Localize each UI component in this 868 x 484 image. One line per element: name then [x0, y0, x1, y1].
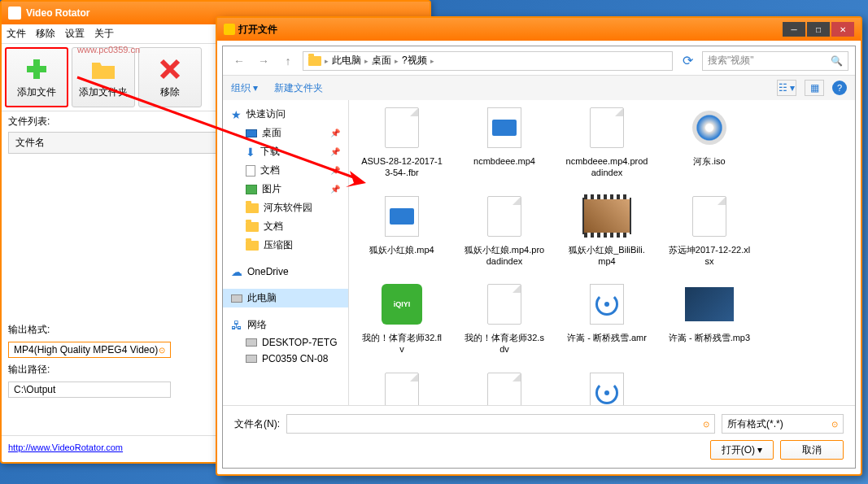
- back-button[interactable]: ←: [229, 51, 249, 71]
- dialog-body: ← → ↑ ▸ 此电脑 ▸ 桌面 ▸ ?视频 ▸ ⟳ 搜索"视频" 🔍 组织 ▾…: [222, 46, 856, 469]
- file-item[interactable]: 我的！体育老师32.sdv: [460, 277, 549, 359]
- x-icon: [157, 56, 183, 82]
- menu-file[interactable]: 文件: [7, 27, 26, 41]
- file-icon: [377, 103, 426, 152]
- preview-button[interactable]: ▦: [805, 80, 824, 96]
- file-name: 狐妖小红娘.mp4.prodadindex: [463, 244, 546, 268]
- add-folder-button[interactable]: 添加文件夹: [72, 47, 135, 107]
- network-icon: 🖧: [231, 319, 242, 332]
- svg-rect-1: [27, 66, 46, 72]
- file-name: 河东.iso: [693, 155, 725, 167]
- search-placeholder: 搜索"视频": [708, 54, 754, 68]
- chevron-down-icon: ⊙: [159, 346, 165, 355]
- file-item[interactable]: 许嵩 - 断桥残雪.wav: [562, 365, 652, 405]
- cancel-button[interactable]: 取消: [780, 440, 844, 460]
- sidebar-compress[interactable]: 压缩图: [223, 236, 348, 255]
- open-button[interactable]: 打开(O) ▾: [710, 440, 774, 460]
- close-button[interactable]: ✕: [831, 22, 854, 37]
- folder-icon: [90, 56, 116, 82]
- up-button[interactable]: ↑: [278, 51, 298, 71]
- help-button[interactable]: ?: [832, 81, 847, 95]
- file-item[interactable]: 狐妖小红娘_BiliBili.mp4: [562, 189, 652, 271]
- file-item[interactable]: 狐妖小红娘.mp4.prodadindex: [460, 189, 549, 271]
- file-name: ASUS-28-12-2017-13-54-.fbr: [360, 155, 443, 179]
- plus-icon: [24, 56, 50, 82]
- breadcrumb-item[interactable]: 桌面: [372, 54, 391, 68]
- sidebar-desktop7[interactable]: DESKTOP-7ETG: [223, 334, 348, 351]
- file-name: 我的！体育老师32.flv: [360, 332, 443, 355]
- file-item[interactable]: 苏远坤2017-12-22.xlsx: [665, 189, 754, 271]
- breadcrumb[interactable]: ▸ 此电脑 ▸ 桌面 ▸ ?视频 ▸: [303, 51, 673, 71]
- sidebar-pc0359[interactable]: PC0359 CN-08: [223, 351, 348, 367]
- sidebar-desktop[interactable]: 桌面📌: [223, 124, 348, 142]
- pin-icon: 📌: [330, 147, 340, 156]
- dialog-titlebar: 打开文件 ─ □ ✕: [217, 18, 861, 41]
- file-item[interactable]: 许嵩 - 断桥残雪.mp3.sfk: [357, 365, 447, 405]
- remove-label: 移除: [160, 85, 180, 99]
- new-folder-button[interactable]: 新建文件夹: [274, 81, 323, 95]
- refresh-button[interactable]: ⟳: [678, 51, 697, 71]
- dialog-title: 打开文件: [238, 23, 277, 37]
- menu-about[interactable]: 关于: [94, 27, 114, 41]
- output-format-value: MP4(High Quality MPEG4 Video): [14, 344, 158, 355]
- file-name: 苏远坤2017-12-22.xlsx: [668, 244, 751, 268]
- filename-label: 文件名(N):: [234, 417, 280, 431]
- file-icon: [480, 280, 529, 329]
- sidebar-documents[interactable]: 文档📌: [223, 161, 348, 180]
- search-input[interactable]: 搜索"视频" 🔍: [702, 51, 848, 71]
- document-icon: [246, 165, 255, 177]
- minimize-button[interactable]: ─: [783, 22, 805, 37]
- file-item[interactable]: 许嵩 - 断桥残雪.mp3: [665, 277, 754, 359]
- breadcrumb-item[interactable]: ?视频: [402, 54, 427, 68]
- file-item[interactable]: ncmbdeee.mp4: [460, 100, 549, 182]
- menu-remove[interactable]: 移除: [36, 27, 55, 41]
- add-folder-label: 添加文件夹: [79, 85, 128, 99]
- pin-icon: 📌: [330, 185, 340, 194]
- chevron-down-icon: ⊙: [703, 420, 709, 429]
- folder-icon: [246, 222, 259, 232]
- sidebar-downloads[interactable]: ⬇下载📌: [223, 142, 348, 161]
- file-open-dialog: 打开文件 ─ □ ✕ ← → ↑ ▸ 此电脑 ▸ 桌面 ▸ ?视频 ▸ ⟳ 搜索…: [216, 16, 862, 476]
- add-file-label: 添加文件: [17, 85, 56, 99]
- sidebar-hedong[interactable]: 河东软件园: [223, 198, 348, 217]
- sidebar-documents2[interactable]: 文档: [223, 217, 348, 236]
- chevron-down-icon: ⊙: [831, 420, 838, 429]
- file-name: ncmbdeee.mp4.prodadindex: [565, 155, 648, 179]
- forward-button[interactable]: →: [254, 51, 273, 71]
- maximize-button[interactable]: □: [807, 22, 830, 37]
- file-item[interactable]: 许嵩 - 断桥残雪.sfk: [460, 365, 549, 405]
- output-format-select[interactable]: MP4(High Quality MPEG4 Video) ⊙: [8, 342, 171, 358]
- filename-input[interactable]: ⊙: [286, 414, 715, 434]
- pin-icon: 📌: [330, 129, 340, 137]
- folder-icon: [246, 203, 259, 213]
- file-name: 狐妖小红娘_BiliBili.mp4: [565, 244, 648, 268]
- file-item[interactable]: 许嵩 - 断桥残雪.amr: [562, 277, 652, 359]
- sidebar-onedrive[interactable]: ☁OneDrive: [223, 263, 348, 281]
- sidebar-quick-access[interactable]: ★快速访问: [223, 105, 348, 124]
- file-item[interactable]: ASUS-28-12-2017-13-54-.fbr: [357, 100, 447, 182]
- add-file-button[interactable]: 添加文件: [5, 47, 68, 107]
- output-path-input[interactable]: C:\Output: [8, 382, 171, 398]
- sidebar: ★快速访问 桌面📌 ⬇下载📌 文档📌 图片📌 河东软件园 文档 压缩图 ☁One…: [223, 100, 349, 405]
- organize-button[interactable]: 组织 ▾: [231, 81, 258, 95]
- file-name: 许嵩 - 断桥残雪.mp3: [669, 332, 750, 343]
- file-item[interactable]: ncmbdeee.mp4.prodadindex: [562, 100, 652, 182]
- sidebar-network[interactable]: 🖧网络: [223, 316, 348, 334]
- file-item[interactable]: 狐妖小红娘.mp4: [357, 189, 447, 271]
- file-name: 狐妖小红娘.mp4: [369, 244, 434, 255]
- folder-icon: [308, 56, 321, 66]
- search-icon: 🔍: [831, 55, 843, 67]
- sidebar-this-pc[interactable]: 此电脑: [223, 289, 348, 307]
- menu-settings[interactable]: 设置: [65, 27, 85, 41]
- file-item[interactable]: iQIYI我的！体育老师32.flv: [357, 277, 447, 359]
- breadcrumb-item[interactable]: 此电脑: [332, 54, 361, 68]
- photo-icon: [685, 280, 734, 329]
- window-controls: ─ □ ✕: [783, 22, 854, 37]
- filetype-select[interactable]: 所有格式(*.*)⊙: [722, 414, 844, 434]
- file-grid: ASUS-28-12-2017-13-54-.fbrncmbdeee.mp4nc…: [349, 100, 855, 405]
- sidebar-pictures[interactable]: 图片📌: [223, 180, 348, 198]
- computer-icon: [231, 294, 242, 303]
- view-button[interactable]: ☷ ▾: [777, 80, 796, 96]
- file-item[interactable]: 河东.iso: [665, 100, 754, 182]
- remove-button[interactable]: 移除: [138, 47, 202, 107]
